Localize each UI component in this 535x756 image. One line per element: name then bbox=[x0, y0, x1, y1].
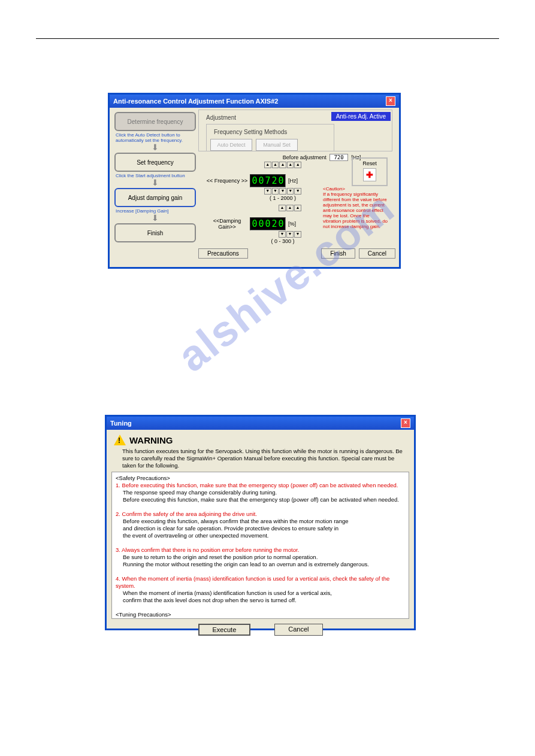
step-determine-frequency[interactable]: Determine frequency bbox=[114, 112, 196, 131]
damping-display: 00020 bbox=[250, 217, 286, 230]
frequency-label: << Frequency >> bbox=[204, 178, 250, 184]
arrow-down-icon: ⬇ bbox=[114, 144, 196, 150]
status-badge: Anti-res Adj. Active bbox=[331, 112, 391, 121]
step-finish[interactable]: Finish bbox=[114, 223, 196, 242]
frequency-display: 00720 bbox=[250, 174, 286, 187]
titlebar[interactable]: Anti-resonance Control Adjustment Functi… bbox=[110, 95, 399, 108]
freq-up[interactable]: ▲ bbox=[264, 162, 271, 168]
damp-down[interactable]: ▼ bbox=[286, 231, 294, 238]
caution-text: <Caution> If a frequency significantly d… bbox=[323, 186, 389, 229]
step1-note: Click the Auto Detect button to automati… bbox=[116, 132, 196, 143]
execute-button[interactable]: Execute bbox=[198, 624, 251, 636]
close-icon[interactable]: × bbox=[401, 418, 410, 428]
reset-button[interactable]: Reset ✚ bbox=[352, 157, 388, 186]
freq-up[interactable]: ▲ bbox=[294, 162, 301, 168]
damping-range: ( 0 - 300 ) bbox=[264, 238, 301, 244]
freq-up[interactable]: ▲ bbox=[287, 162, 294, 168]
freq-down[interactable]: ▼ bbox=[272, 188, 279, 195]
wizard-steps: Determine frequency Click the Auto Detec… bbox=[114, 110, 196, 242]
adjustment-group-label: Adjustment bbox=[205, 114, 237, 121]
frequency-range: ( 1 - 2000 ) bbox=[264, 195, 301, 201]
precautions-button[interactable]: Precautions bbox=[198, 248, 248, 259]
arrow-down-icon: ⬇ bbox=[114, 180, 196, 186]
freq-down[interactable]: ▼ bbox=[287, 188, 294, 195]
auto-detect-button[interactable]: Auto Detect bbox=[210, 139, 252, 151]
damp-up[interactable]: ▲ bbox=[294, 205, 301, 211]
freq-up[interactable]: ▲ bbox=[279, 162, 286, 168]
warning-title: WARNING bbox=[129, 435, 173, 445]
freq-down[interactable]: ▼ bbox=[264, 188, 271, 195]
step-set-frequency[interactable]: Set frequency bbox=[114, 153, 196, 172]
arrow-down-icon: ⬇ bbox=[114, 215, 196, 221]
damping-unit: [%] bbox=[288, 221, 296, 227]
window-title: Anti-resonance Control Adjustment Functi… bbox=[113, 98, 278, 105]
freq-down[interactable]: ▼ bbox=[294, 188, 301, 195]
cancel-button[interactable]: Cancel bbox=[274, 624, 322, 636]
freq-up[interactable]: ▲ bbox=[272, 162, 279, 168]
frequency-unit: [Hz] bbox=[288, 178, 298, 184]
step-adjust-damping[interactable]: Adjust damping gain bbox=[114, 188, 196, 207]
warning-icon bbox=[114, 435, 126, 445]
freq-down[interactable]: ▼ bbox=[279, 188, 286, 195]
fsm-label: Frequency Setting Methods bbox=[213, 129, 288, 135]
reset-icon: ✚ bbox=[363, 168, 376, 181]
damp-up[interactable]: ▲ bbox=[279, 205, 286, 211]
tuning-dialog: Tuning × WARNING This function executes … bbox=[105, 415, 416, 630]
close-icon[interactable]: × bbox=[386, 96, 395, 106]
damp-up[interactable]: ▲ bbox=[286, 205, 294, 211]
damp-down[interactable]: ▼ bbox=[279, 231, 286, 238]
titlebar[interactable]: Tuning × bbox=[107, 417, 414, 430]
precautions-box: <Safety Precautions> 1. Before executing… bbox=[111, 472, 409, 619]
warning-intro: This function executes tuning for the Se… bbox=[122, 448, 403, 469]
window-title: Tuning bbox=[110, 420, 132, 427]
before-value: 720 bbox=[330, 154, 347, 161]
manual-set-button[interactable]: Manual Set bbox=[256, 139, 298, 151]
anti-resonance-dialog: Anti-resonance Control Adjustment Functi… bbox=[108, 93, 401, 269]
damping-label: <<Damping Gain>> bbox=[204, 218, 250, 230]
finish-button[interactable]: Finish bbox=[321, 248, 355, 259]
cancel-button[interactable]: Cancel bbox=[359, 248, 395, 259]
damp-down[interactable]: ▼ bbox=[294, 231, 301, 238]
